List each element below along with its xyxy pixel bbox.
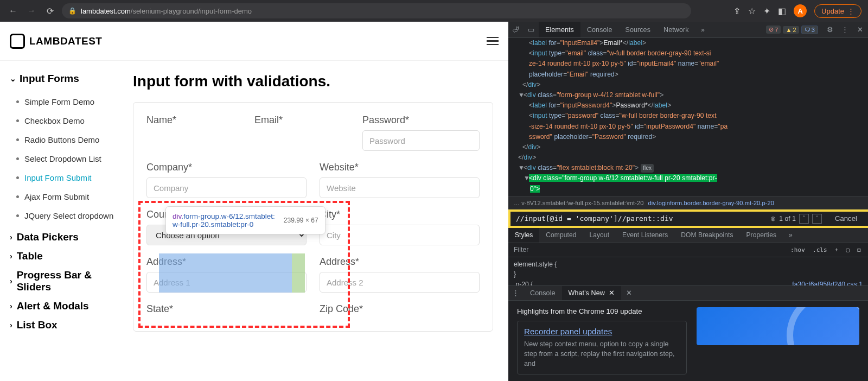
kebab-icon[interactable]: ⋮ xyxy=(838,22,853,37)
crumb-right[interactable]: div.loginform.border.border-gray-90.mt-2… xyxy=(648,200,774,206)
tab-layout[interactable]: Layout xyxy=(583,228,616,243)
sidebar-group-table[interactable]: ›Table xyxy=(10,244,127,263)
dom-line[interactable]: ▼<div class="flex smtablet:block mt-20">… xyxy=(518,163,864,173)
share-icon[interactable]: ⇪ xyxy=(733,6,741,16)
profile-avatar[interactable]: A xyxy=(794,4,807,17)
sidebar-item[interactable]: Select Dropdown List xyxy=(10,149,127,168)
sidebar-group-listbox[interactable]: ›List Box xyxy=(10,313,127,332)
source-link[interactable]: fa30cf6af958d240.css:1 xyxy=(792,280,863,285)
filter-input[interactable]: Filter xyxy=(514,246,528,253)
styles-overflow-icon[interactable]: » xyxy=(783,228,798,243)
sidebar-item-active[interactable]: Input Form Submit xyxy=(10,168,127,187)
sidebar-item[interactable]: Simple Form Demo xyxy=(10,92,127,111)
drawer-tab-console[interactable]: Console xyxy=(524,286,562,300)
chevron-right-icon: › xyxy=(10,321,12,329)
recorder-link[interactable]: Recorder panel updates xyxy=(524,327,680,336)
sidebar-group-progress[interactable]: ›Progress Bar & Sliders xyxy=(10,263,127,294)
password-input[interactable] xyxy=(362,130,480,151)
sidebar-item[interactable]: Radio Buttons Demo xyxy=(10,130,127,149)
city-input[interactable] xyxy=(320,225,480,245)
menu-button[interactable] xyxy=(487,37,499,46)
dom-line[interactable]: </div> xyxy=(518,142,864,153)
computed-toggle-icon[interactable]: ▢ xyxy=(845,246,852,253)
tabs-overflow-icon[interactable]: » xyxy=(695,22,711,37)
tab-dom-breakpoints[interactable]: DOM Breakpoints xyxy=(674,228,739,243)
sidepanel-icon[interactable]: ◧ xyxy=(778,6,786,16)
promo-image xyxy=(697,307,859,345)
site-header: LAMBDATEST xyxy=(0,22,508,61)
clear-search-icon[interactable]: ⊗ xyxy=(770,215,776,223)
website-input[interactable] xyxy=(320,177,480,198)
tab-network[interactable]: Network xyxy=(657,22,695,37)
drawer-tab-whatsnew[interactable]: What's New ✕ xyxy=(562,286,622,300)
update-button[interactable]: Update ⋮ xyxy=(814,4,861,18)
dom-line[interactable]: </div> xyxy=(518,80,864,90)
xpath-input[interactable] xyxy=(516,214,765,223)
tab-console[interactable]: Console xyxy=(580,22,619,37)
sidebar-item[interactable]: JQuery Select dropdown xyxy=(10,206,127,225)
tab-elements[interactable]: Elements xyxy=(539,22,580,37)
dom-line[interactable]: placeholder="Email" required> xyxy=(518,69,864,80)
sidebar-item[interactable]: Checkbox Demo xyxy=(10,111,127,130)
country-select[interactable]: Choose an option xyxy=(146,225,307,245)
styles-body[interactable]: element.style { } .p-20 {fa30cf6af958d24… xyxy=(508,257,868,285)
close-drawer-icon[interactable]: ✕ xyxy=(621,286,636,300)
tab-properties[interactable]: Properties xyxy=(740,228,783,243)
warnings-badge[interactable]: ▲ 2 xyxy=(783,26,799,34)
dom-line[interactable]: -size-14 rounded mt-10 px-10 py-5" id="i… xyxy=(518,122,864,132)
tab-styles[interactable]: Styles xyxy=(508,228,539,243)
sidebar-item[interactable]: Ajax Form Submit xyxy=(10,187,127,206)
sidebar-group-data-pickers[interactable]: ›Data Pickers xyxy=(10,225,127,244)
cancel-search-button[interactable]: Cancel xyxy=(827,214,865,223)
device-toggle-icon[interactable]: ▭ xyxy=(524,22,539,37)
info-badge[interactable]: 🗨 3 xyxy=(801,26,818,34)
dom-line[interactable]: <input type="email" class="w-full border… xyxy=(518,48,864,59)
dom-line[interactable]: ze-14 rounded mt-10 px-10 py-5" id="inpu… xyxy=(518,59,864,69)
dom-line[interactable]: <input type="password" class="w-full bor… xyxy=(518,111,864,121)
label-email: Email* xyxy=(254,115,349,126)
styles-sidebar-icon[interactable]: ⊟ xyxy=(856,246,863,253)
extensions-icon[interactable]: ✦ xyxy=(763,6,770,16)
dom-line[interactable]: </div> xyxy=(518,153,864,163)
close-tab-icon[interactable]: ✕ xyxy=(609,289,615,297)
close-devtools-icon[interactable]: ✕ xyxy=(853,22,868,37)
nav-back-button[interactable]: ← xyxy=(7,4,20,17)
bookmark-icon[interactable]: ☆ xyxy=(748,6,756,16)
address2-input[interactable] xyxy=(320,272,480,293)
drawer-menu-icon[interactable]: ⋮ xyxy=(508,286,524,300)
url-bar[interactable]: 🔒 lambdatest.com/selenium-playground/inp… xyxy=(62,3,691,18)
find-bar: ⊗ 1 of 1 ˆ ˇ Cancel xyxy=(508,209,868,228)
next-match-button[interactable]: ˇ xyxy=(812,214,822,224)
dom-line[interactable]: <label for="inputPassword4">Password*</l… xyxy=(518,100,864,111)
company-input[interactable] xyxy=(146,177,307,198)
cls-toggle[interactable]: .cls xyxy=(811,246,829,253)
inspect-element-icon[interactable]: ⮰ xyxy=(508,22,524,37)
site-logo[interactable]: LAMBDATEST xyxy=(10,34,102,49)
sidebar-section-input-forms[interactable]: ⌄ Input Forms xyxy=(10,73,127,85)
nav-reload-button[interactable]: ⟳ xyxy=(43,4,56,17)
new-style-icon[interactable]: + xyxy=(833,246,840,253)
tab-computed[interactable]: Computed xyxy=(539,228,583,243)
hov-toggle[interactable]: :hov xyxy=(789,246,807,253)
crumb-left[interactable]: … v-8V12.smtablet:\w-full.px-15.smtablet… xyxy=(514,200,643,206)
errors-badge[interactable]: ⊘ 7 xyxy=(766,26,781,34)
css-rule[interactable]: element.style { xyxy=(514,259,863,270)
dom-tree[interactable]: <label for="inputEmail4">Email*</label> … xyxy=(508,38,868,196)
tab-sources[interactable]: Sources xyxy=(618,22,657,37)
dom-line-selected[interactable]: ▼<div class="form-group w-6/12 smtablet:… xyxy=(518,173,864,183)
dom-breadcrumb[interactable]: … v-8V12.smtablet:\w-full.px-15.smtablet… xyxy=(508,196,868,209)
dom-line[interactable]: ssword" placeholder="Password" required> xyxy=(518,132,864,142)
prev-match-button[interactable]: ˆ xyxy=(799,214,809,224)
label-name: Name* xyxy=(146,115,241,126)
tab-event-listeners[interactable]: Event Listeners xyxy=(616,228,674,243)
sidebar-group-alert[interactable]: ›Alert & Modals xyxy=(10,294,127,313)
dom-line[interactable]: ▼<div class="form-group w-4/12 smtablet:… xyxy=(518,90,864,100)
settings-icon[interactable]: ⚙ xyxy=(822,22,838,37)
dom-line[interactable]: <label for="inputEmail4">Email*</label> xyxy=(518,38,864,48)
styles-filter-row: Filter :hov .cls + ▢ ⊟ xyxy=(508,243,868,257)
dom-line-selected[interactable]: 0"> xyxy=(518,184,864,194)
address1-input[interactable] xyxy=(146,272,307,293)
issue-badges[interactable]: ⊘ 7 ▲ 2 🗨 3 xyxy=(766,22,822,37)
nav-forward-button[interactable]: → xyxy=(25,4,38,17)
css-rule[interactable]: .p-20 {fa30cf6af958d240.css:1 xyxy=(514,280,863,285)
